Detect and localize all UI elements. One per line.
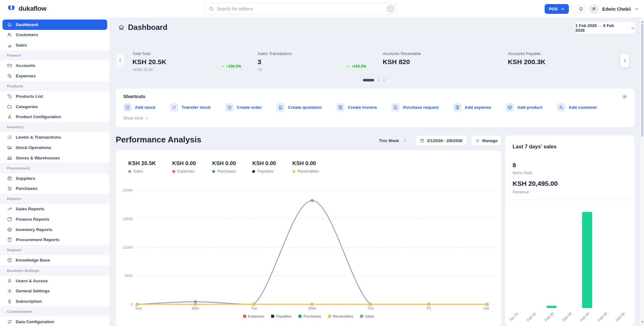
scrollbar-thumb[interactable] <box>641 24 643 137</box>
brand[interactable]: dukaflow <box>7 4 47 13</box>
period-select[interactable]: This Week <box>375 135 411 146</box>
sidebar-item-sales-reports[interactable]: Sales Reports <box>3 204 107 214</box>
sidebar-item-label: Customers <box>16 32 38 37</box>
search-input[interactable] <box>217 6 383 11</box>
money-doc-icon <box>453 103 462 112</box>
sidebar-section-label: Products <box>7 84 23 88</box>
sidebar-item-knowledge-base[interactable]: Knowledge Base <box>3 255 107 266</box>
notifications-button[interactable] <box>576 4 586 14</box>
sidebar-item-data-configuration[interactable]: Data Configuration <box>3 317 107 326</box>
shortcut-add-stock[interactable]: Add stock <box>123 103 155 112</box>
truck-icon <box>7 145 12 150</box>
sidebar-item-general-settings[interactable]: General Settings <box>3 286 107 296</box>
sidebar-item-products-list[interactable]: Products List <box>3 91 107 102</box>
shortcut-create-order[interactable]: Create order <box>225 103 262 112</box>
sidebar-item-label: Inventory Reports <box>16 227 52 232</box>
sidebar-item-finance-reports[interactable]: Finance Reports <box>3 214 107 224</box>
kpi-next-button[interactable] <box>620 54 629 68</box>
pagination-dot[interactable] <box>377 79 380 81</box>
sidebar-item-customers[interactable]: Customers <box>3 30 107 40</box>
sidebar-item-product-configuration[interactable]: Product Configuration <box>3 112 107 122</box>
sidebar-item-purchases[interactable]: Purchases <box>3 184 107 194</box>
legend-swatch <box>360 315 363 318</box>
doc-check-icon <box>391 103 400 112</box>
panel-divider <box>505 200 635 200</box>
box-check-icon <box>123 103 132 112</box>
invoice-icon <box>336 103 345 112</box>
shortcut-purchase-request[interactable]: Purchase request <box>391 103 438 112</box>
sidebar-item-label: Sales <box>16 43 27 47</box>
svg-text:0: 0 <box>131 302 133 306</box>
trend-up-icon <box>7 206 12 212</box>
shortcut-add-product[interactable]: Add product <box>506 103 542 112</box>
kpi-card-sales-transactions: Sales Transactions 3 +3 +100.0% <box>252 48 377 73</box>
shortcut-label: Add customer <box>569 105 597 110</box>
legend-purchases[interactable]: Purchases <box>298 314 321 318</box>
cluster-icon <box>7 114 12 119</box>
shortcut-transfer-stock[interactable]: Transfer stock <box>170 103 210 112</box>
sidebar-item-stock-operations[interactable]: Stock Operations <box>3 142 107 153</box>
sidebar-section-label: Business Settings <box>7 268 39 273</box>
manage-button[interactable]: Manage <box>471 135 502 146</box>
home-icon <box>118 24 125 31</box>
shortcut-add-customer[interactable]: Add customer <box>557 103 597 112</box>
sidebar-item-label: Suppliers <box>16 176 35 181</box>
svg-text:Feb 02: Feb 02 <box>544 312 555 322</box>
sidebar-resize-handle[interactable] <box>108 169 111 177</box>
help-icon <box>7 257 12 263</box>
sidebar-item-label: Sales Reports <box>16 207 44 211</box>
sidebar-item-expenses[interactable]: Expenses <box>3 71 107 81</box>
trend-up-icon <box>220 64 225 69</box>
sidebar-item-procurement-reports[interactable]: Procurement Reports <box>3 235 107 245</box>
kpi-badge-label: +100.0% <box>351 64 366 69</box>
sidebar-item-users-access[interactable]: Users & Access <box>3 276 107 286</box>
sidebar-item-accounts[interactable]: Accounts <box>3 60 107 71</box>
sidebar-item-subscription[interactable]: Subscription <box>3 296 107 307</box>
shortcut-create-invoice[interactable]: Create invoice <box>336 103 377 112</box>
scroll-down-arrow-icon[interactable] <box>641 321 644 324</box>
topbar: dukaflow POS P Edwin Chebii <box>0 0 644 18</box>
arrow-right-icon <box>560 7 565 11</box>
sidebar-item-levels-transactions[interactable]: Levels & Transactions <box>3 132 107 143</box>
shortcut-create-quotation[interactable]: Create quotation <box>276 103 322 112</box>
sidebar-item-suppliers[interactable]: Suppliers <box>3 173 107 184</box>
sidebar-item-stores-warehouses[interactable]: Stores & Warehouses <box>3 153 107 163</box>
sidebar-item-categories[interactable]: Categories <box>3 102 107 112</box>
shortcuts-settings-gear-icon[interactable] <box>622 94 628 100</box>
svg-text:Sat: Sat <box>483 306 489 311</box>
sidebar-item-sales[interactable]: Sales <box>3 40 107 50</box>
show-more-button[interactable]: Show more <box>123 116 149 120</box>
shortcuts-title: Shortcuts <box>123 94 627 99</box>
sidebar-item-inventory-reports[interactable]: Inventory Reports <box>3 224 107 235</box>
bell-icon <box>578 6 584 12</box>
avatar[interactable]: P <box>589 4 599 14</box>
legend-payables[interactable]: Payables <box>271 314 291 318</box>
legend-receivables[interactable]: Receivables <box>328 314 353 318</box>
folder-icon <box>7 104 12 109</box>
scroll-up-arrow-icon[interactable] <box>641 19 644 23</box>
pagination-dot-active[interactable] <box>363 79 374 81</box>
sidebar-item-label: Expenses <box>16 74 36 78</box>
summary-value: KSH 0.00 <box>292 160 319 167</box>
pos-button[interactable]: POS <box>545 4 569 14</box>
user-menu-chevron-icon[interactable] <box>634 7 639 11</box>
sidebar-section-label: Finance <box>7 53 21 58</box>
search-submit-button[interactable] <box>386 5 395 13</box>
sidebar-item-label: Levels & Transactions <box>16 135 61 140</box>
main-content: Dashboard 1 Feb 2026 → 6 Feb 2026 Total … <box>110 18 644 326</box>
legend-expenses[interactable]: Expenses <box>243 314 264 318</box>
summary-expenses: KSH 0.00 Expenses <box>172 160 196 174</box>
topbar-actions: POS P Edwin Chebii <box>545 4 639 14</box>
pos-button-label: POS <box>549 7 558 11</box>
kpi-label: Total Sold <box>132 51 245 56</box>
page-scrollbar[interactable] <box>640 18 644 326</box>
legend-sales[interactable]: Sales <box>360 314 375 318</box>
pagination-dot[interactable] <box>383 79 386 81</box>
sidebar-item-dashboard[interactable]: Dashboard <box>3 19 107 30</box>
shortcut-add-expense[interactable]: Add expense <box>453 103 491 112</box>
performance-date-range-button[interactable]: 2/1/2026 - 2/6/2026 <box>416 135 467 146</box>
addon-search[interactable] <box>204 3 397 15</box>
kpi-prev-button[interactable] <box>116 54 125 68</box>
header-date-range[interactable]: 1 Feb 2026 → 6 Feb 2026 <box>575 22 635 34</box>
page-title: Dashboard <box>128 23 167 32</box>
